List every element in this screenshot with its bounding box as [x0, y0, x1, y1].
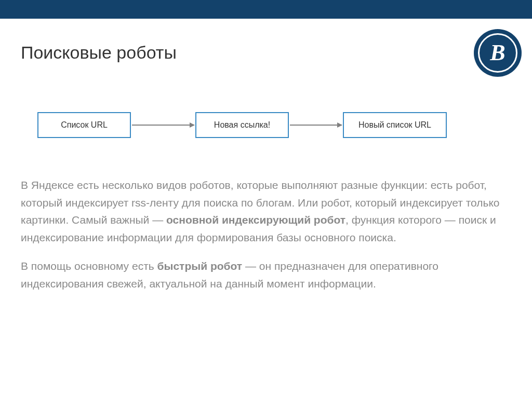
- logo-letter: В: [490, 42, 505, 64]
- bold-main-robot: основной индексирующий робот: [166, 214, 345, 226]
- diagram-box-url-list: Список URL: [37, 112, 131, 138]
- bold-fast-robot: быстрый робот: [157, 260, 243, 272]
- logo-hse: В: [474, 29, 522, 77]
- paragraph-2: В помощь основному есть быстрый робот — …: [21, 257, 511, 292]
- diagram-box-new-url-list: Новый список URL: [343, 112, 447, 138]
- page-title: Поисковые роботы: [21, 43, 177, 63]
- diagram-box-new-link: Новая ссылка!: [195, 112, 289, 138]
- text-span: В помощь основному есть: [21, 260, 157, 272]
- top-bar: [0, 0, 532, 19]
- arrow-icon: [132, 125, 194, 126]
- arrow-icon: [290, 125, 342, 126]
- paragraph-1: В Яндексе есть несколько видов роботов, …: [21, 176, 511, 246]
- body-text: В Яндексе есть несколько видов роботов, …: [21, 176, 511, 304]
- flow-diagram: Список URL Новая ссылка! Новый список UR…: [37, 112, 447, 138]
